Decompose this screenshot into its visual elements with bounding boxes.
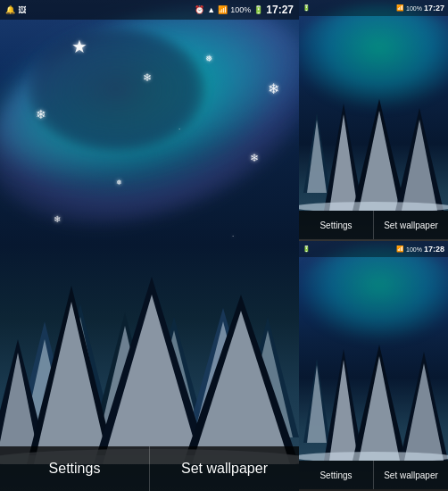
left-status-bar: 🔔 🖼 ⏰ ▲ 📶 100% 🔋 17:27 bbox=[0, 0, 299, 20]
snowflake-2: ❄ bbox=[143, 71, 152, 84]
right-panel: 🔋 📶 100% 17:27 bbox=[299, 0, 448, 491]
right-bottom-signal-icon: 📶 bbox=[396, 246, 404, 253]
right-bottom-tree-layer bbox=[299, 336, 448, 461]
trees-svg bbox=[0, 268, 299, 464]
right-top-settings-button[interactable]: Settings bbox=[299, 211, 374, 239]
svg-point-39 bbox=[299, 452, 448, 461]
right-bottom-wallpaper: 🔋 📶 100% 17:28 bbox=[299, 241, 448, 489]
right-bottom-battery-icon: 🔋 bbox=[303, 246, 311, 253]
cloud-dark bbox=[27, 27, 205, 152]
right-bottom-settings-button[interactable]: Settings bbox=[299, 461, 374, 489]
right-battery-icon: 🔋 bbox=[303, 4, 311, 12]
snowflake-1: ★ bbox=[71, 36, 87, 57]
set-wallpaper-button[interactable]: Set wallpaper bbox=[150, 446, 299, 491]
svg-marker-38 bbox=[404, 363, 444, 461]
right-top-wallpaper: 🔋 📶 100% 17:27 bbox=[299, 0, 448, 239]
snowflake-3: ❅ bbox=[205, 54, 212, 63]
right-top-tree-layer bbox=[299, 95, 448, 211]
right-bottom-status-icons: 🔋 bbox=[303, 246, 311, 253]
bottom-buttons: Settings Set wallpaper bbox=[0, 446, 299, 491]
status-time: 17:27 bbox=[266, 4, 294, 16]
right-bottom-aurora bbox=[299, 246, 448, 344]
right-top-status-right: 📶 100% 17:27 bbox=[396, 4, 444, 12]
right-bottom-trees-svg bbox=[299, 336, 448, 461]
snowflake-6: ❄ bbox=[250, 152, 259, 164]
right-bottom-status-bar: 🔋 📶 100% 17:28 bbox=[299, 241, 448, 257]
status-icons-right: ⏰ ▲ 📶 100% 🔋 17:27 bbox=[195, 4, 294, 16]
right-bottom-battery-pct: 100% bbox=[406, 246, 422, 253]
snowflake-5: · bbox=[178, 125, 180, 133]
right-top-trees-svg bbox=[299, 95, 448, 211]
right-bottom-time: 17:28 bbox=[424, 245, 444, 254]
right-bottom-preview: 🔋 📶 100% 17:28 bbox=[299, 241, 448, 489]
right-top-status-icons: 🔋 bbox=[303, 4, 311, 12]
battery-percent: 100% bbox=[230, 5, 251, 14]
right-top-set-wallpaper-button[interactable]: Set wallpaper bbox=[374, 211, 448, 239]
status-icons-left: 🔔 🖼 bbox=[5, 5, 26, 14]
signal-icon: 📶 bbox=[218, 5, 228, 14]
snowflake-9: ❄ bbox=[54, 214, 61, 224]
snowflake-8: ❄ bbox=[268, 80, 279, 97]
right-top-buttons: Settings Set wallpaper bbox=[299, 211, 448, 239]
left-wallpaper: ★ ❄ ❅ ❄ · ❄ ❅ ❄ ❄ · bbox=[0, 0, 299, 491]
image-icon: 🖼 bbox=[18, 5, 26, 14]
svg-point-30 bbox=[299, 202, 448, 211]
right-bottom-buttons: Settings Set wallpaper bbox=[299, 461, 448, 489]
battery-icon: 🔋 bbox=[253, 5, 263, 14]
right-top-status-bar: 🔋 📶 100% 17:27 bbox=[299, 0, 448, 16]
notification-icon: 🔔 bbox=[5, 5, 15, 14]
left-panel: 🔔 🖼 ⏰ ▲ 📶 100% 🔋 17:27 ★ ❄ ❅ ❄ · ❄ ❅ ❄ ❄… bbox=[0, 0, 299, 491]
right-top-preview: 🔋 📶 100% 17:27 bbox=[299, 0, 448, 241]
snowflake-4: ❄ bbox=[36, 107, 46, 121]
snowflake-10: · bbox=[232, 232, 234, 240]
alarm-icon: ⏰ bbox=[195, 5, 204, 14]
right-bottom-status-right: 📶 100% 17:28 bbox=[396, 245, 444, 254]
right-bottom-set-wallpaper-button[interactable]: Set wallpaper bbox=[374, 461, 448, 489]
right-top-signal-icon: 📶 bbox=[396, 4, 404, 12]
right-top-time: 17:27 bbox=[424, 4, 444, 12]
tree-layer bbox=[0, 268, 299, 464]
snowflake-7: ❅ bbox=[116, 179, 122, 187]
wifi-icon: ▲ bbox=[207, 5, 215, 14]
right-top-battery-pct: 100% bbox=[406, 5, 422, 12]
settings-button[interactable]: Settings bbox=[0, 446, 150, 491]
